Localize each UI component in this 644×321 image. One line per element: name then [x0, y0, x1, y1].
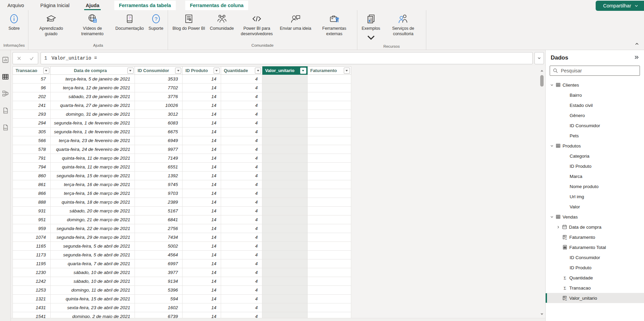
grid-cell[interactable]: 294	[13, 119, 51, 128]
grid-cell[interactable]: quinta-feira, 11 de março de 2021	[50, 163, 135, 171]
grid-cell[interactable]: 5396	[135, 286, 182, 295]
grid-cell[interactable]: 4	[221, 154, 262, 163]
grid-cell[interactable]: 861	[13, 180, 51, 189]
filter-dropdown-icon[interactable]	[344, 68, 350, 74]
grid-cell[interactable]	[262, 119, 308, 128]
grid-cell[interactable]: 14	[183, 286, 221, 295]
grid-cell[interactable]	[307, 295, 351, 303]
grid-cell[interactable]: 1602	[135, 303, 182, 312]
grid-cell[interactable]: domingo, 31 de janeiro de 2021	[50, 110, 135, 119]
grid-cell[interactable]: 4	[221, 136, 262, 145]
grid-cell[interactable]: 10026	[135, 101, 182, 110]
grid-cell[interactable]: 1321	[13, 295, 51, 303]
grid-cell[interactable]	[307, 251, 351, 259]
grid-cell[interactable]: 14	[183, 303, 221, 312]
grid-cell[interactable]: 14	[183, 101, 221, 110]
grid-cell[interactable]	[262, 312, 308, 318]
grid-cell[interactable]	[307, 259, 351, 268]
grid-cell[interactable]: 4	[221, 207, 262, 215]
grid-cell[interactable]: quinta-feira, 15 de abril de 2021	[50, 295, 135, 303]
grid-cell[interactable]	[262, 286, 308, 295]
grid-cell[interactable]: 9977	[135, 145, 182, 154]
grid-cell[interactable]: 4	[221, 295, 262, 303]
grid-cell[interactable]: 4	[221, 171, 262, 180]
grid-cell[interactable]: 96	[13, 84, 51, 92]
grid-cell[interactable]: 4	[221, 259, 262, 268]
grid-cell[interactable]: sábado, 20 de março de 2021	[50, 207, 135, 215]
field-item-quantidade[interactable]: ΣQuantidade	[546, 273, 644, 283]
grid-cell[interactable]: 4	[221, 145, 262, 154]
cancel-formula-button[interactable]	[13, 52, 25, 64]
grid-cell[interactable]	[262, 171, 308, 180]
grid-cell[interactable]: 14	[183, 119, 221, 128]
grid-cell[interactable]: 794	[13, 163, 51, 171]
grid-cell[interactable]: 1392	[135, 171, 182, 180]
grid-cell[interactable]: 14	[183, 75, 221, 84]
grid-cell[interactable]: 14	[183, 277, 221, 286]
grid-cell[interactable]	[262, 215, 308, 224]
grid-cell[interactable]	[307, 215, 351, 224]
column-header-id-consumidor[interactable]: ID Consumidor	[135, 67, 182, 75]
grid-cell[interactable]	[307, 198, 351, 207]
grid-cell[interactable]	[262, 251, 308, 259]
ribbon-button-blog-do-power-bi[interactable]: Blog do Power BI	[170, 13, 208, 32]
field-item-valor-unitario[interactable]: ΣValor_unitario	[546, 293, 644, 303]
grid-cell[interactable]	[307, 286, 351, 295]
grid-cell[interactable]: 14	[183, 128, 221, 136]
grid-cell[interactable]: 9134	[135, 277, 182, 286]
grid-cell[interactable]	[307, 224, 351, 233]
filter-dropdown-icon[interactable]	[43, 68, 49, 74]
horizontal-scrollbar[interactable]	[11, 318, 545, 321]
grid-cell[interactable]: 2756	[135, 224, 182, 233]
field-item-id-consumidor[interactable]: ID Consumidor	[546, 120, 644, 131]
tmdl-view-button[interactable]: TMDL	[1, 123, 10, 132]
field-item-nome-produto[interactable]: Nome produto	[546, 181, 644, 191]
field-item-bairro[interactable]: Bairro	[546, 90, 644, 100]
table-item-produtos[interactable]: Produtos	[546, 141, 644, 151]
grid-cell[interactable]: segunda-feira, 1 de fevereiro de 2021	[50, 119, 135, 128]
grid-cell[interactable]: 14	[183, 180, 221, 189]
grid-cell[interactable]: 3977	[135, 268, 182, 277]
grid-cell[interactable]: 4	[221, 189, 262, 198]
grid-cell[interactable]: 14	[183, 84, 221, 92]
grid-cell[interactable]: terça-feira, 16 de março de 2021	[50, 189, 135, 198]
grid-cell[interactable]: 305	[13, 128, 51, 136]
tab-arquivo[interactable]: Arquivo	[6, 1, 25, 10]
grid-cell[interactable]: 9745	[135, 180, 182, 189]
grid-cell[interactable]: 959	[13, 224, 51, 233]
scrollbar-thumb[interactable]	[540, 75, 544, 87]
grid-cell[interactable]: quinta-feira, 18 de março de 2021	[50, 198, 135, 207]
ribbon-button-exemplos[interactable]: Exemplos	[359, 13, 383, 44]
field-item-valor[interactable]: Valor	[546, 202, 644, 212]
grid-cell[interactable]: 5167	[135, 207, 182, 215]
grid-cell[interactable]	[307, 312, 351, 318]
ribbon-button-servi-os-de-consultoria[interactable]: Serviços de consultoria	[383, 13, 424, 37]
tab-ferramentas-da-tabela[interactable]: Ferramentas da tabela	[114, 1, 176, 10]
grid-cell[interactable]: 566	[13, 136, 51, 145]
grid-cell[interactable]: 4	[221, 224, 262, 233]
filter-dropdown-icon[interactable]	[214, 68, 220, 74]
grid-cell[interactable]: 1541	[13, 312, 51, 318]
grid-cell[interactable]	[262, 198, 308, 207]
grid-cell[interactable]: 6083	[135, 119, 182, 128]
grid-cell[interactable]: segunda-feira, 5 de abril de 2021	[50, 251, 135, 259]
tab-p-gina-inicial[interactable]: Página Inicial	[39, 1, 71, 10]
grid-cell[interactable]: 3776	[135, 92, 182, 101]
ribbon-button-enviar-uma-ideia[interactable]: Enviar uma ideia	[278, 13, 314, 32]
expand-formula-bar-button[interactable]	[534, 52, 544, 64]
grid-cell[interactable]: domingo, 11 de abril de 2021	[50, 286, 135, 295]
grid-cell[interactable]: 4	[221, 119, 262, 128]
grid-cell[interactable]: 3012	[135, 110, 182, 119]
field-item-faturamento[interactable]: ΣFaturamento	[546, 232, 644, 242]
grid-cell[interactable]: 14	[183, 207, 221, 215]
grid-cell[interactable]: 6841	[135, 215, 182, 224]
grid-cell[interactable]	[307, 268, 351, 277]
grid-cell[interactable]: terça-feira, 12 de janeiro de 2021	[50, 84, 135, 92]
grid-cell[interactable]: 791	[13, 154, 51, 163]
grid-cell[interactable]	[307, 233, 351, 242]
grid-cell[interactable]: sábado, 10 de abril de 2021	[50, 277, 135, 286]
search-input[interactable]	[561, 68, 637, 73]
ribbon-button-sobre[interactable]: Sobre	[5, 13, 23, 32]
column-header-transacao[interactable]: Transacao	[13, 67, 51, 75]
grid-cell[interactable]: terça-feira, 5 de janeiro de 2021	[50, 75, 135, 84]
